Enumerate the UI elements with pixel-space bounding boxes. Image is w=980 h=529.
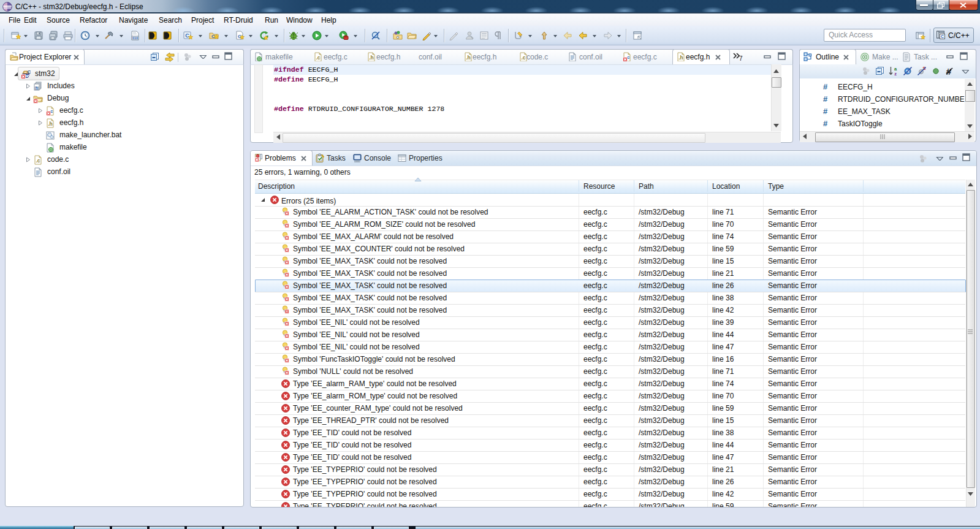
svg-text:.h: .h (678, 55, 683, 61)
svg-text:C: C (185, 32, 189, 39)
svg-text:010: 010 (132, 36, 138, 40)
svg-text:C: C (941, 34, 944, 39)
svg-text:.c: .c (36, 158, 40, 164)
svg-text:.c: .c (316, 55, 320, 61)
svg-text:.c: .c (521, 55, 525, 61)
svg-text:h: h (36, 86, 38, 90)
svg-text:C: C (28, 69, 31, 75)
svg-text:.h: .h (369, 55, 374, 61)
svg-text:z: z (894, 71, 897, 76)
svg-text:.h: .h (48, 121, 53, 127)
svg-text:.h: .h (466, 55, 471, 61)
